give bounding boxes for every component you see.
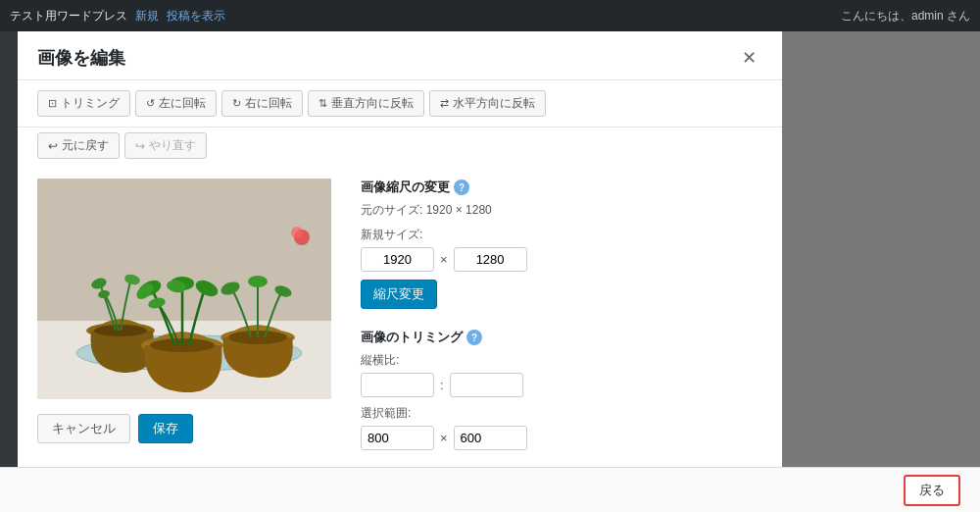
aspect-ratio-label: 縦横比:	[361, 352, 762, 369]
redo-button: ↪ やり直す	[124, 132, 207, 159]
width-input[interactable]	[361, 247, 434, 272]
admin-greeting: こんにちは、admin さん	[841, 8, 970, 25]
selection-separator: ×	[440, 431, 448, 445]
new-size-label: 新規サイズ:	[361, 227, 762, 243]
redo-label: やり直す	[149, 137, 196, 154]
modal-close-button[interactable]: ✕	[736, 47, 762, 69]
scale-help-icon[interactable]: ?	[454, 179, 469, 195]
aspect-width-input[interactable]	[361, 373, 434, 397]
undo-icon: ↩	[48, 139, 58, 153]
crop-section: 画像のトリミング ? 縦横比: : 選択範囲:	[361, 329, 762, 450]
cancel-button[interactable]: キャンセル	[37, 414, 130, 443]
original-size-info: 元のサイズ: 1920 × 1280	[361, 202, 762, 219]
crop-button[interactable]: ⊡ トリミング	[37, 90, 130, 117]
sidebar	[0, 31, 18, 512]
rotate-left-icon: ↺	[146, 97, 155, 110]
crop-label: トリミング	[61, 95, 120, 112]
undo-button[interactable]: ↩ 元に戻す	[37, 132, 120, 159]
rotate-left-button[interactable]: ↺ 左に回転	[135, 90, 217, 117]
selection-width-input[interactable]	[361, 426, 434, 450]
aspect-height-input[interactable]	[450, 373, 523, 397]
rotate-right-label: 右に回転	[245, 95, 292, 112]
right-panel: 画像縮尺の変更 ? 元のサイズ: 1920 × 1280 新規サイズ: × 縮尺…	[351, 179, 762, 502]
resize-button[interactable]: 縮尺変更	[361, 280, 437, 309]
bottom-bar: 戻る	[0, 467, 980, 512]
main-area: 画像を編集 ✕ ⊡ トリミング ↺ 左に回転 ↻ 右に回転	[18, 31, 980, 512]
selection-height-input[interactable]	[454, 426, 527, 450]
site-name: テスト用ワードプレス	[10, 8, 127, 25]
scale-section: 画像縮尺の変更 ? 元のサイズ: 1920 × 1280 新規サイズ: × 縮尺…	[361, 179, 762, 309]
selection-inputs: ×	[361, 426, 762, 450]
edit-link[interactable]: 投稿を表示	[167, 8, 225, 25]
modal-content: キャンセル 保存 画像縮尺の変更 ? 元のサイズ: 1920 × 128	[18, 169, 782, 512]
action-buttons: キャンセル 保存	[37, 414, 331, 443]
new-link[interactable]: 新規	[135, 8, 159, 25]
toolbar-row1: ⊡ トリミング ↺ 左に回転 ↻ 右に回転 ⇅ 垂直方向に反転	[18, 80, 782, 128]
back-button[interactable]: 戻る	[904, 475, 960, 506]
image-container	[37, 179, 331, 399]
crop-colon: :	[440, 378, 444, 392]
toolbar-row2: ↩ 元に戻す ↪ やり直す	[18, 128, 782, 169]
rotate-left-label: 左に回転	[159, 95, 206, 112]
crop-title: 画像のトリミング ?	[361, 329, 762, 346]
aspect-ratio-inputs: :	[361, 373, 762, 397]
svg-point-24	[291, 227, 303, 238]
flip-vertical-button[interactable]: ⇅ 垂直方向に反転	[308, 90, 424, 117]
flip-horizontal-icon: ⇄	[440, 97, 449, 110]
flip-vertical-label: 垂直方向に反転	[331, 95, 414, 112]
size-separator: ×	[440, 252, 448, 267]
rotate-right-button[interactable]: ↻ 右に回転	[221, 90, 303, 117]
image-edit-modal: 画像を編集 ✕ ⊡ トリミング ↺ 左に回転 ↻ 右に回転	[18, 31, 782, 512]
modal-header: 画像を編集 ✕	[18, 31, 782, 80]
flip-vertical-icon: ⇅	[318, 97, 327, 110]
save-button[interactable]: 保存	[138, 414, 193, 443]
redo-icon: ↪	[135, 139, 145, 153]
top-bar-left: テスト用ワードプレス 新規 投稿を表示	[10, 8, 225, 25]
image-preview	[37, 179, 331, 399]
size-inputs: ×	[361, 247, 762, 272]
svg-point-21	[248, 276, 268, 287]
top-bar-right: こんにちは、admin さん	[841, 8, 970, 25]
height-input[interactable]	[454, 247, 527, 272]
modal-overlay: 画像を編集 ✕ ⊡ トリミング ↺ 左に回転 ↻ 右に回転	[18, 31, 980, 512]
rotate-right-icon: ↻	[232, 97, 241, 110]
layout: 画像を編集 ✕ ⊡ トリミング ↺ 左に回転 ↻ 右に回転	[0, 31, 980, 512]
modal-title: 画像を編集	[37, 46, 125, 70]
crop-help-icon[interactable]: ?	[466, 330, 482, 345]
crop-icon: ⊡	[48, 97, 57, 110]
top-bar: テスト用ワードプレス 新規 投稿を表示 こんにちは、admin さん	[0, 0, 980, 31]
svg-rect-2	[37, 179, 331, 321]
selection-label: 選択範囲:	[361, 405, 762, 422]
flip-horizontal-label: 水平方向に反転	[453, 95, 535, 112]
undo-label: 元に戻す	[62, 137, 109, 154]
flip-horizontal-button[interactable]: ⇄ 水平方向に反転	[429, 90, 546, 117]
scale-title: 画像縮尺の変更 ?	[361, 179, 762, 196]
image-area: キャンセル 保存	[37, 179, 331, 502]
